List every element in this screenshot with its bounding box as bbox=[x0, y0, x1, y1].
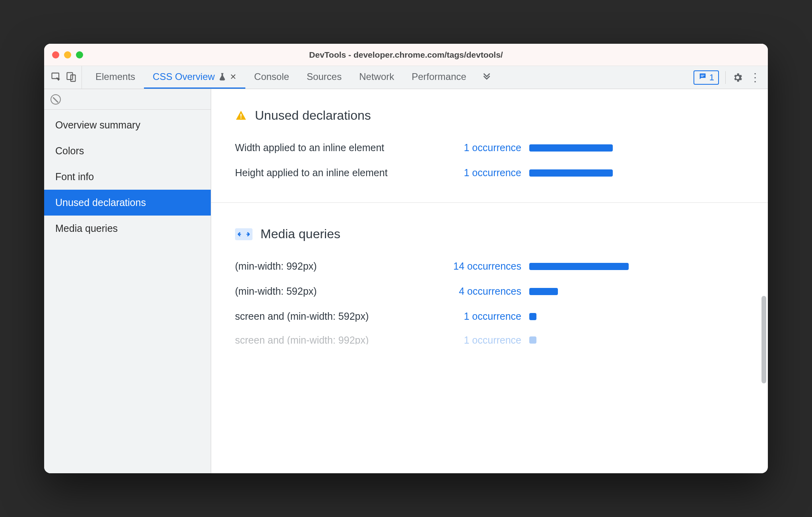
tab-label: Performance bbox=[412, 71, 466, 82]
section-media-queries: Media queries (min-width: 992px) 14 occu… bbox=[235, 227, 744, 344]
tab-label: CSS Overview bbox=[153, 71, 215, 82]
sidebar-item-label: Overview summary bbox=[55, 119, 140, 130]
tab-label: Sources bbox=[307, 71, 342, 82]
bar bbox=[529, 288, 558, 295]
tab-network[interactable]: Network bbox=[350, 66, 403, 89]
section-title: Unused declarations bbox=[255, 108, 371, 123]
divider bbox=[725, 71, 726, 84]
content-inner: Unused declarations Width applied to an … bbox=[211, 89, 768, 368]
media-query-icon bbox=[235, 228, 253, 240]
svg-rect-2 bbox=[71, 75, 76, 81]
minimize-window-button[interactable] bbox=[64, 51, 71, 58]
tab-css-overview[interactable]: CSS Overview ✕ bbox=[144, 66, 245, 89]
row-label: (min-width: 592px) bbox=[235, 286, 426, 297]
warning-icon bbox=[235, 110, 247, 122]
bar bbox=[529, 263, 629, 270]
section-header: Unused declarations bbox=[235, 108, 744, 123]
scrollbar-thumb[interactable] bbox=[761, 296, 766, 383]
svg-rect-4 bbox=[701, 76, 703, 76]
sidebar-item-label: Unused declarations bbox=[55, 197, 146, 208]
sidebar-item-label: Font info bbox=[55, 171, 94, 182]
row-label: (min-width: 992px) bbox=[235, 260, 426, 272]
unused-rows: Width applied to an inline element 1 occ… bbox=[235, 142, 744, 179]
toolbar-left-icons bbox=[47, 66, 82, 89]
occurrence-link[interactable]: 1 occurrence bbox=[434, 142, 521, 154]
bar-wrap bbox=[529, 288, 633, 295]
svg-rect-6 bbox=[241, 117, 242, 119]
section-header: Media queries bbox=[235, 227, 744, 241]
tab-label: Console bbox=[254, 71, 289, 82]
list-item: screen and (min-width: 992px) 1 occurren… bbox=[235, 336, 744, 344]
panel-body: Overview summary Colors Font info Unused… bbox=[44, 89, 768, 473]
sidebar-item-font-info[interactable]: Font info bbox=[44, 164, 211, 190]
svg-rect-1 bbox=[67, 72, 73, 80]
device-toolbar-icon[interactable] bbox=[66, 71, 77, 84]
tab-label: Elements bbox=[95, 71, 135, 82]
occurrence-link[interactable]: 4 occurrences bbox=[434, 286, 521, 297]
list-item: Height applied to an inline element 1 oc… bbox=[235, 167, 744, 179]
maximize-window-button[interactable] bbox=[76, 51, 83, 58]
panel-tabs: Elements CSS Overview ✕ Console Sources … bbox=[87, 66, 475, 89]
window-title: DevTools - developer.chrome.com/tags/dev… bbox=[44, 50, 768, 60]
occurrence-link[interactable]: 14 occurrences bbox=[434, 260, 521, 272]
sidebar-item-unused-declarations[interactable]: Unused declarations bbox=[44, 190, 211, 216]
section-title: Media queries bbox=[260, 227, 340, 241]
traffic-lights bbox=[52, 51, 83, 58]
inspect-element-icon[interactable] bbox=[51, 71, 62, 84]
row-label: Width applied to an inline element bbox=[235, 142, 426, 154]
sidebar-item-colors[interactable]: Colors bbox=[44, 138, 211, 164]
list-item: (min-width: 592px) 4 occurrences bbox=[235, 286, 744, 297]
bar-wrap bbox=[529, 169, 633, 177]
list-item: (min-width: 992px) 14 occurrences bbox=[235, 260, 744, 272]
svg-rect-5 bbox=[241, 114, 242, 117]
tab-console[interactable]: Console bbox=[245, 66, 298, 89]
divider bbox=[211, 202, 768, 203]
issues-badge[interactable]: 1 bbox=[694, 70, 719, 85]
toolbar-right: 1 ⋮ bbox=[694, 66, 761, 89]
issues-count: 1 bbox=[709, 72, 714, 83]
devtools-window: DevTools - developer.chrome.com/tags/dev… bbox=[44, 44, 768, 473]
cutoff-spacer bbox=[235, 344, 744, 360]
occurrence-link[interactable]: 1 occurrence bbox=[434, 167, 521, 179]
row-label: screen and (min-width: 992px) bbox=[235, 336, 426, 344]
section-unused-declarations: Unused declarations Width applied to an … bbox=[235, 108, 744, 179]
occurrence-link[interactable]: 1 occurrence bbox=[434, 311, 521, 322]
clear-icon[interactable] bbox=[51, 94, 61, 105]
sidebar-item-label: Media queries bbox=[55, 223, 118, 234]
content[interactable]: Unused declarations Width applied to an … bbox=[211, 89, 768, 473]
occurrence-link[interactable]: 1 occurrence bbox=[434, 336, 521, 344]
sidebar-header bbox=[44, 89, 211, 110]
close-tab-icon[interactable]: ✕ bbox=[230, 72, 237, 82]
svg-rect-3 bbox=[701, 75, 704, 75]
sidebar-items: Overview summary Colors Font info Unused… bbox=[44, 110, 211, 241]
list-item: Width applied to an inline element 1 occ… bbox=[235, 142, 744, 154]
tab-label: Network bbox=[359, 71, 394, 82]
bar bbox=[529, 169, 613, 177]
bar-wrap bbox=[529, 144, 633, 152]
flask-icon bbox=[218, 72, 227, 81]
more-tabs-button[interactable] bbox=[475, 66, 498, 89]
bar bbox=[529, 336, 536, 344]
bar-wrap bbox=[529, 263, 633, 270]
svg-rect-0 bbox=[52, 73, 59, 78]
sidebar-item-label: Colors bbox=[55, 145, 84, 156]
tab-sources[interactable]: Sources bbox=[298, 66, 350, 89]
tab-elements[interactable]: Elements bbox=[87, 66, 144, 89]
message-icon bbox=[698, 72, 707, 83]
media-rows: (min-width: 992px) 14 occurrences (min-w… bbox=[235, 260, 744, 344]
bar-wrap bbox=[529, 313, 633, 320]
bar-wrap bbox=[529, 336, 633, 344]
row-label: Height applied to an inline element bbox=[235, 167, 426, 179]
sidebar-item-media-queries[interactable]: Media queries bbox=[44, 216, 211, 241]
settings-button[interactable] bbox=[732, 72, 743, 83]
sidebar: Overview summary Colors Font info Unused… bbox=[44, 89, 211, 473]
tabbar: Elements CSS Overview ✕ Console Sources … bbox=[44, 66, 768, 89]
bar bbox=[529, 313, 536, 320]
close-window-button[interactable] bbox=[52, 51, 59, 58]
sidebar-item-overview-summary[interactable]: Overview summary bbox=[44, 112, 211, 138]
more-options-button[interactable]: ⋮ bbox=[750, 71, 761, 84]
list-item: screen and (min-width: 592px) 1 occurren… bbox=[235, 311, 744, 322]
titlebar: DevTools - developer.chrome.com/tags/dev… bbox=[44, 44, 768, 66]
tab-performance[interactable]: Performance bbox=[403, 66, 475, 89]
row-label: screen and (min-width: 592px) bbox=[235, 311, 426, 322]
